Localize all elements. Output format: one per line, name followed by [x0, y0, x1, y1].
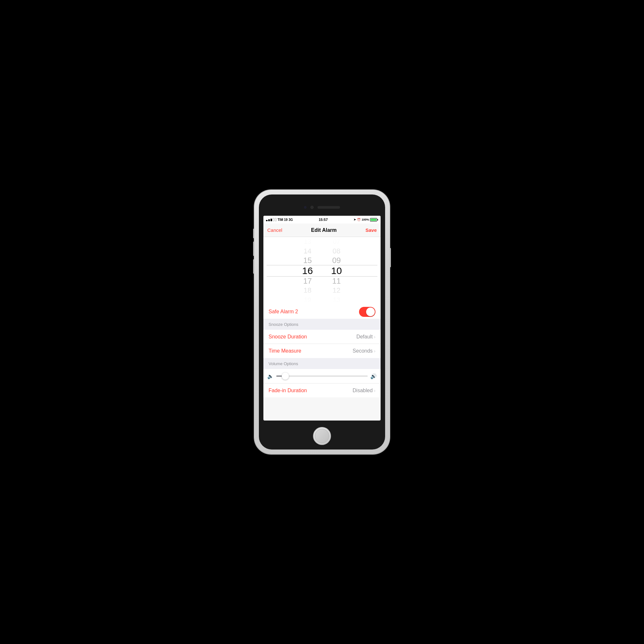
- safe-alarm-row: Safe Alarm 2: [263, 305, 381, 319]
- fade-in-duration-row[interactable]: Fade-in Duration Disabled ›: [263, 383, 381, 397]
- signal-bar-5: [275, 218, 277, 221]
- snooze-duration-chevron-icon: ›: [374, 334, 375, 339]
- time-picker[interactable]: 13 14 15 16 17 18 19 07 08 09 10 11 12 1…: [263, 237, 381, 305]
- fade-in-duration-value: Disabled ›: [353, 388, 375, 393]
- volume-slider-thumb[interactable]: [282, 373, 289, 380]
- minute-item: 08: [322, 246, 351, 256]
- signal-bar-2: [268, 219, 270, 221]
- minute-picker-column[interactable]: 07 08 09 10 11 12 13: [322, 237, 351, 305]
- battery-percent: 100%: [362, 218, 369, 221]
- home-button[interactable]: [313, 427, 331, 445]
- cancel-button[interactable]: Cancel: [267, 227, 282, 233]
- status-left: TIM 19 3G: [266, 218, 293, 222]
- safe-alarm-section: Safe Alarm 2: [263, 305, 381, 319]
- hour-selected: 16: [293, 265, 322, 276]
- battery-icon: [370, 218, 378, 222]
- screen-bezel: TIM 19 3G 15:57 ➤ ⏰ 100%: [259, 194, 385, 450]
- snooze-section-header: Snooze Options: [263, 319, 381, 330]
- time-measure-chevron-icon: ›: [374, 348, 375, 354]
- snooze-duration-label: Snooze Duration: [269, 334, 307, 340]
- volume-section-header: Volume Options: [263, 358, 381, 369]
- carrier-label: TIM 19: [278, 218, 288, 222]
- signal-bar-4: [273, 218, 274, 221]
- snooze-duration-text: Default: [356, 334, 373, 340]
- fade-in-duration-text: Disabled: [353, 388, 373, 393]
- snooze-options-section: Snooze Duration Default › Time Measure S…: [263, 330, 381, 358]
- safe-alarm-toggle[interactable]: [359, 307, 375, 317]
- hour-item: 19: [293, 295, 322, 305]
- volume-section: 🔈 🔊: [263, 369, 381, 383]
- hour-item: 18: [293, 286, 322, 295]
- mute-button[interactable]: [253, 229, 254, 238]
- alarm-indicator: ⏰: [357, 218, 361, 221]
- time-measure-label: Time Measure: [269, 348, 301, 354]
- hour-item: 15: [293, 256, 322, 265]
- camera: [310, 206, 314, 209]
- volume-high-icon: 🔊: [370, 373, 377, 379]
- minute-item: 12: [322, 286, 351, 295]
- network-type: 3G: [289, 218, 293, 222]
- battery-body: [370, 218, 377, 222]
- status-right: ➤ ⏰ 100%: [354, 218, 378, 222]
- status-bar: TIM 19 3G 15:57 ➤ ⏰ 100%: [263, 216, 381, 223]
- snooze-duration-value: Default ›: [356, 334, 375, 340]
- hour-picker-column[interactable]: 13 14 15 16 17 18 19: [293, 237, 322, 305]
- signal-bar-1: [266, 220, 268, 221]
- fade-in-duration-label: Fade-in Duration: [269, 388, 307, 393]
- minute-item: 09: [322, 256, 351, 265]
- minute-selected: 10: [322, 265, 351, 276]
- fade-in-chevron-icon: ›: [374, 388, 375, 393]
- signal-strength: [266, 218, 277, 221]
- status-time: 15:57: [319, 218, 328, 222]
- power-button[interactable]: [390, 248, 391, 267]
- time-measure-row[interactable]: Time Measure Seconds ›: [263, 344, 381, 358]
- home-button-inner: [315, 429, 329, 443]
- nav-bar: Cancel Edit Alarm Save: [263, 223, 381, 237]
- hour-item: 13: [293, 237, 322, 246]
- volume-slider[interactable]: [276, 375, 368, 377]
- screen: TIM 19 3G 15:57 ➤ ⏰ 100%: [263, 216, 381, 421]
- minute-item: 13: [322, 295, 351, 305]
- phone-device: TIM 19 3G 15:57 ➤ ⏰ 100%: [254, 190, 390, 454]
- sensor-dot: [304, 206, 307, 209]
- save-button[interactable]: Save: [365, 227, 377, 233]
- minute-item: 11: [322, 276, 351, 286]
- toggle-knob: [366, 308, 375, 316]
- volume-down-button[interactable]: [253, 259, 254, 274]
- page-title: Edit Alarm: [311, 227, 336, 233]
- time-measure-value: Seconds ›: [353, 348, 375, 354]
- time-measure-text: Seconds: [353, 348, 373, 354]
- minute-item: 07: [322, 237, 351, 246]
- signal-bar-3: [270, 219, 272, 221]
- volume-up-button[interactable]: [253, 241, 254, 256]
- hour-item: 14: [293, 246, 322, 256]
- hour-item: 17: [293, 276, 322, 286]
- volume-row: 🔈 🔊: [263, 369, 381, 383]
- top-hardware-area: [290, 204, 354, 211]
- snooze-header-label: Snooze Options: [269, 322, 298, 327]
- speaker-grill: [317, 206, 340, 209]
- volume-header-label: Volume Options: [269, 361, 298, 366]
- battery-nub: [377, 219, 378, 221]
- battery-fill: [371, 219, 376, 221]
- location-icon: ➤: [354, 218, 356, 221]
- snooze-duration-row[interactable]: Snooze Duration Default ›: [263, 330, 381, 344]
- volume-low-icon: 🔈: [267, 373, 274, 379]
- safe-alarm-label: Safe Alarm 2: [269, 309, 298, 315]
